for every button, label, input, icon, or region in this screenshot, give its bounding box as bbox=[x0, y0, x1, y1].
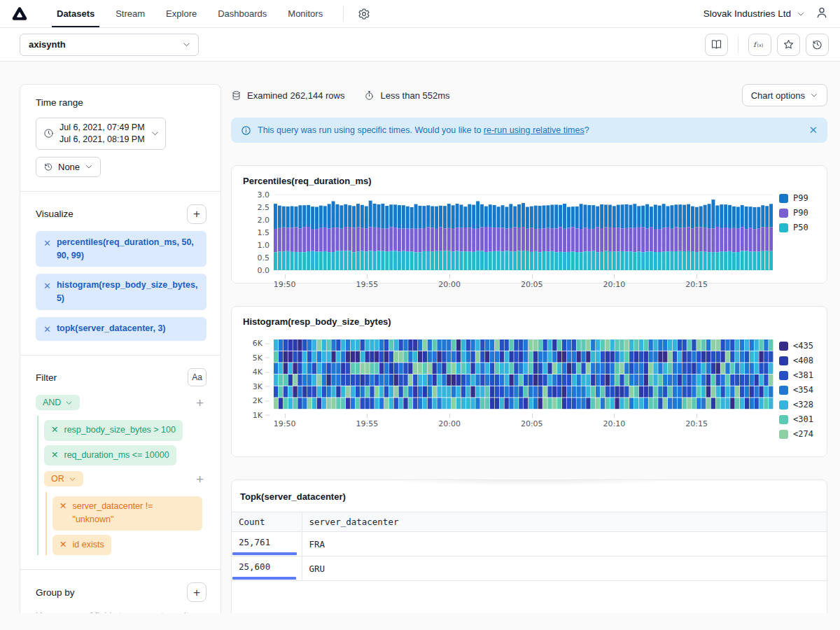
datacenter-column-header[interactable]: server_datacenter bbox=[302, 512, 827, 532]
time-range-picker[interactable]: Jul 6, 2021, 07:49 PM Jul 6, 2021, 08:19… bbox=[36, 118, 166, 150]
chevron-down-icon bbox=[65, 399, 73, 407]
star-button[interactable] bbox=[777, 34, 800, 56]
x-tick bbox=[696, 274, 697, 279]
legend-swatch bbox=[779, 194, 788, 203]
count-cell: 25,600 bbox=[232, 556, 302, 581]
percentiles-legend: P99P90P50 bbox=[774, 192, 817, 270]
latency-stat: Less than 552ms bbox=[364, 90, 449, 101]
x-tick-label: 20:05 bbox=[521, 280, 543, 289]
legend-item[interactable]: <435 bbox=[779, 341, 817, 351]
legend-item[interactable]: <301 bbox=[779, 414, 817, 424]
banner-close-icon[interactable]: ✕ bbox=[808, 124, 818, 136]
axiom-logo[interactable] bbox=[11, 0, 28, 27]
banner-text: This query was run using specific times.… bbox=[258, 125, 484, 135]
legend-item[interactable]: <381 bbox=[779, 370, 817, 380]
x-tick-label: 19:55 bbox=[356, 419, 379, 428]
remove-icon[interactable]: ✕ bbox=[43, 237, 51, 251]
rerun-relative-link[interactable]: re-run using relative times bbox=[484, 125, 584, 135]
legend-label: <408 bbox=[793, 356, 813, 365]
table-row[interactable]: 25,761FRA bbox=[232, 532, 827, 556]
remove-icon[interactable]: ✕ bbox=[43, 323, 51, 337]
add-visualization-button[interactable]: + bbox=[187, 204, 206, 224]
visualize-chip[interactable]: ✕histogram(resp_body_size_bytes, 5) bbox=[36, 274, 206, 310]
topk-header-row: Count server_datacenter bbox=[232, 512, 827, 532]
docs-book-button[interactable] bbox=[705, 34, 728, 56]
nav-tab-explore[interactable]: Explore bbox=[155, 0, 207, 27]
x-tick-label: 19:50 bbox=[274, 280, 296, 289]
histogram-panel: Histogram(resp_body_size_bytes) 6K5K4K3K… bbox=[231, 306, 827, 457]
add-group-by-button[interactable]: + bbox=[187, 582, 206, 602]
nav-tab-dashboards[interactable]: Dashboards bbox=[207, 0, 277, 27]
table-row[interactable]: 25,600GRU bbox=[232, 556, 827, 581]
x-tick-label: 20:15 bbox=[685, 419, 708, 428]
remove-icon[interactable]: ✕ bbox=[43, 279, 51, 293]
info-icon bbox=[241, 125, 251, 136]
chevron-down-icon bbox=[810, 91, 818, 99]
database-icon bbox=[231, 90, 241, 101]
history-button[interactable] bbox=[806, 34, 829, 56]
percentiles-title: Percentiles(req_duration_ms) bbox=[240, 176, 817, 186]
y-tick-label: 3K bbox=[253, 382, 270, 391]
dataset-select[interactable]: axisynth bbox=[20, 34, 199, 56]
x-tick bbox=[614, 414, 615, 418]
legend-item[interactable]: P99 bbox=[779, 193, 817, 203]
percentiles-x-axis: 19:5019:5520:0020:0520:1020:15 bbox=[274, 273, 774, 291]
query-builder-sidebar: Time range Jul 6, 2021, 07:49 PM Jul 6, … bbox=[20, 84, 221, 613]
legend-item[interactable]: <408 bbox=[779, 356, 817, 365]
y-tick-label: 1.0 bbox=[258, 241, 270, 250]
legend-swatch bbox=[779, 342, 788, 351]
remove-icon[interactable]: ✕ bbox=[59, 500, 66, 527]
remove-icon[interactable]: ✕ bbox=[59, 538, 66, 552]
legend-item[interactable]: P90 bbox=[779, 208, 817, 218]
legend-label: <435 bbox=[793, 341, 813, 351]
percentiles-bar-chart bbox=[274, 192, 774, 270]
user-avatar-icon[interactable] bbox=[815, 6, 829, 22]
y-tick-label: 1K bbox=[253, 410, 270, 419]
legend-swatch bbox=[779, 209, 788, 218]
condition-label: req_duration_ms <= 10000 bbox=[64, 449, 169, 462]
or-condition-chip[interactable]: ✕id exists bbox=[52, 535, 111, 555]
content-area: Time range Jul 6, 2021, 07:49 PM Jul 6, … bbox=[0, 62, 840, 613]
legend-item[interactable]: P50 bbox=[779, 223, 817, 232]
add-or-condition-button[interactable]: + bbox=[193, 472, 206, 486]
and-condition-chip[interactable]: ✕resp_body_size_bytes > 100 bbox=[44, 420, 183, 440]
org-switcher[interactable]: Slovak Industries Ltd bbox=[704, 8, 805, 19]
count-cell: 25,761 bbox=[232, 532, 302, 556]
toolbar-divider bbox=[738, 36, 738, 53]
legend-item[interactable]: <328 bbox=[779, 400, 817, 410]
y-tick-label: 2.0 bbox=[258, 216, 270, 225]
legend-swatch bbox=[779, 415, 788, 424]
count-column-header[interactable]: Count bbox=[232, 512, 302, 532]
visualize-chip[interactable]: ✕topk(server_datacenter, 3) bbox=[36, 317, 206, 342]
time-range-section: Time range Jul 6, 2021, 07:49 PM Jul 6, … bbox=[20, 85, 220, 192]
nav-tab-monitors[interactable]: Monitors bbox=[277, 0, 333, 27]
legend-item[interactable]: <354 bbox=[779, 385, 817, 395]
nav-tab-stream[interactable]: Stream bbox=[105, 0, 155, 27]
nav-tab-datasets[interactable]: Datasets bbox=[46, 0, 105, 27]
filter-op-or[interactable]: OR bbox=[44, 471, 83, 486]
and-condition-chip[interactable]: ✕req_duration_ms <= 10000 bbox=[44, 445, 176, 465]
remove-icon[interactable]: ✕ bbox=[51, 449, 58, 462]
functions-fx-button[interactable]: f (x) bbox=[748, 34, 771, 56]
chart-options-button[interactable]: Chart options bbox=[742, 84, 827, 106]
settings-gear-icon[interactable] bbox=[354, 0, 374, 27]
histogram-heatmap bbox=[274, 340, 774, 410]
legend-item[interactable]: <274 bbox=[779, 429, 817, 439]
filter-op-and[interactable]: AND bbox=[36, 395, 80, 410]
y-tick-label: 0.0 bbox=[258, 266, 270, 275]
and-conditions-group: ✕resp_body_size_bytes > 100✕req_duration… bbox=[37, 416, 206, 555]
add-and-condition-button[interactable]: + bbox=[193, 396, 206, 410]
legend-label: P99 bbox=[793, 193, 808, 203]
visualize-chip[interactable]: ✕percentiles(req_duration_ms, 50, 90, 99… bbox=[36, 231, 206, 267]
results-header: Examined 262,144 rows Less than 552ms Ch… bbox=[231, 84, 827, 106]
remove-icon[interactable]: ✕ bbox=[51, 424, 58, 437]
or-condition-chip[interactable]: ✕server_datacenter != "unknown" bbox=[52, 496, 202, 531]
legend-swatch bbox=[779, 400, 788, 410]
x-tick-label: 20:05 bbox=[521, 419, 543, 428]
compare-against-value: None bbox=[58, 162, 80, 172]
case-sensitivity-toggle[interactable]: Aa bbox=[188, 368, 206, 386]
x-tick bbox=[532, 414, 533, 418]
nav-divider bbox=[343, 6, 344, 22]
compare-against-select[interactable]: None bbox=[36, 157, 101, 177]
visualize-chip-label: percentiles(req_duration_ms, 50, 90, 99) bbox=[57, 236, 199, 262]
